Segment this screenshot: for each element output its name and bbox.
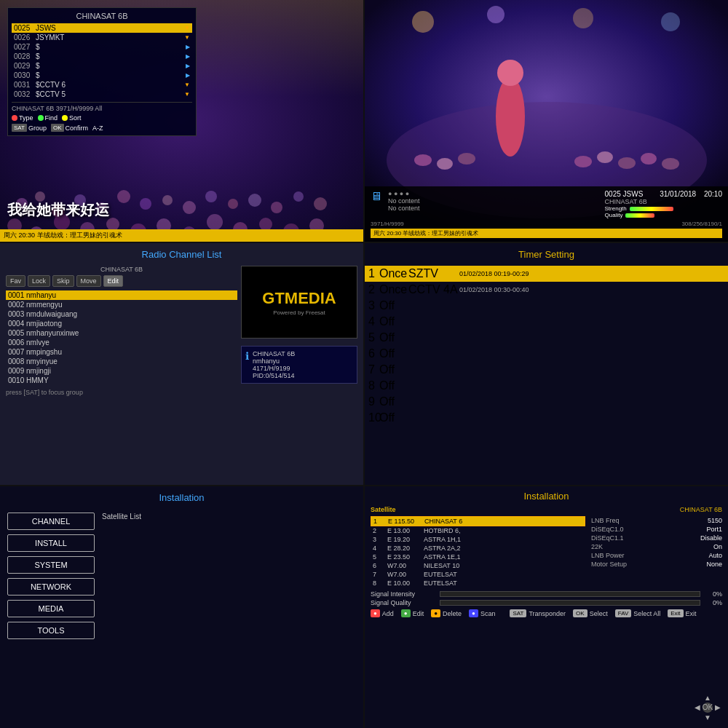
nav-left-arrow[interactable]: ◀ [693, 703, 703, 712]
btn-media[interactable]: MEDIA [7, 600, 95, 617]
ctrl-delete: ● Delete [431, 609, 462, 617]
radio-ch-item-0006[interactable]: 0006 nmlvye [6, 338, 237, 347]
sat-rows: 1E 115.50CHINASAT 62E 13.00HOTBIRD 6,3E … [371, 516, 585, 587]
btn-network[interactable]: NETWORK [7, 578, 95, 596]
sat-row-3[interactable]: 3E 19.20ASTRA 1H,1 [371, 535, 585, 544]
radio-ch-item-0004[interactable]: 0004 nmjiaotong [6, 319, 237, 328]
btn-tools[interactable]: TOOLS [7, 622, 95, 639]
ctrl-sort: Sort [62, 114, 82, 122]
dot-green-icon [38, 115, 44, 121]
timer-row-8[interactable]: 8Off [365, 378, 728, 394]
install-sat-title: Installation [365, 486, 728, 506]
sat-row-8[interactable]: 8E 10.00EUTELSAT [371, 579, 585, 587]
radio-ch-item-0009[interactable]: 0009 nmjingji [6, 366, 237, 376]
media-text: MEDIA [285, 289, 336, 307]
nav-up-arrow[interactable]: ▲ [703, 693, 713, 703]
tv-icon: 🖥 [371, 190, 382, 203]
svg-point-11 [248, 194, 261, 207]
badge-delete: ● [431, 609, 440, 617]
timer-row-1[interactable]: 1OnceSZTV01/02/2018 00:19-00:29 [365, 266, 728, 282]
svg-point-8 [183, 201, 196, 214]
sat-row-5[interactable]: 5E 23.50ASTRA 1E,1 [371, 553, 585, 561]
tab-move[interactable]: Move [76, 275, 101, 287]
nav-placeholder4 [713, 713, 722, 722]
timer-row-7[interactable]: 7Off [365, 362, 728, 378]
radio-ch-item-0010[interactable]: 0010 HMMY [6, 376, 237, 385]
sat-list-container: 1E 115.50CHINASAT 62E 13.00HOTBIRD 6,3E … [371, 516, 585, 587]
signal-quality-pct: 0% [704, 599, 722, 606]
ctrl-transponder: SAT Transponder [510, 609, 566, 617]
tab-fav[interactable]: Fav [6, 275, 25, 287]
sat-config-rows: LNB Freq5150DiSEqC1.0Port1DiSEqC1.1Disab… [591, 516, 722, 569]
tr-satellite: CHINASAT 6B [605, 198, 722, 205]
btn-install[interactable]: INSTALL [7, 534, 95, 552]
quality-bar [625, 213, 654, 218]
timer-row-5[interactable]: 5Off [365, 330, 728, 346]
channel-controls2: SAT Group OK Confirm A-Z [12, 124, 192, 132]
radio-ch-item-0003[interactable]: 0003 nmdulwaiguang [6, 309, 237, 319]
channel-item-0031[interactable]: 0031$CCTV 6▼ [12, 80, 192, 90]
sat-controls: ● Add ● Edit ● Delete ● Scan SAT Transpo… [371, 609, 722, 617]
timer-row-6[interactable]: 6Off [365, 346, 728, 362]
nav-ok-button[interactable]: OK [703, 703, 713, 712]
channel-controls: Type Find Sort [12, 114, 192, 122]
install-buttons: CHANNEL INSTALL SYSTEM NETWORK MEDIA TOO… [7, 513, 95, 639]
channel-item-0030[interactable]: 0030$▶ [12, 71, 192, 80]
radio-ch-item-0002[interactable]: 0002 nmmengyu [6, 300, 237, 309]
timer-row-2[interactable]: 2OnceCCTV 4A01/02/2018 00:30-00:40 [365, 282, 728, 298]
gtmedia-sub: Powered by Freesat [273, 309, 325, 316]
radio-ch-item-0005[interactable]: 0005 nmhanyunxinwe [6, 328, 237, 338]
info-bar-top: 🖥 ● ● ● ● No content No content 0025 JSW… [371, 190, 722, 218]
svg-point-37 [437, 158, 453, 170]
channel-item-0026[interactable]: 0026JSYMKT▼ [12, 33, 192, 42]
badge-exit: Exit [668, 609, 683, 617]
ticker-tl: 周六 20:30 羊绒劫戏：理工男妹的引魂术 [0, 229, 363, 242]
svg-point-32 [573, 8, 593, 28]
timer-row-3[interactable]: 3Off [365, 298, 728, 314]
radio-info-box: ℹ CHINASAT 6B nmhanyu 4171/H/9199 PID:0/… [241, 346, 357, 384]
channel-items-container: 0025JSWS▼0026JSYMKT▼0027$▶0028$▶0029$▶00… [12, 23, 192, 99]
dots-row: ● ● ● ● [388, 190, 420, 197]
radio-ch-item-0007[interactable]: 0007 nmpingshu [6, 347, 237, 357]
panel-radio-channels: Radio Channel List CHINASAT 6B Fav Lock … [0, 243, 363, 485]
timer-row-10[interactable]: 10Off [365, 410, 728, 426]
ctrl-selectall: FAV Select All [615, 609, 661, 617]
tab-skip[interactable]: Skip [52, 275, 74, 287]
svg-point-41 [618, 157, 636, 169]
svg-point-5 [117, 190, 130, 203]
strength-row: Strength [605, 205, 722, 212]
channel-item-0025[interactable]: 0025JSWS▼ [12, 23, 192, 33]
tab-lock[interactable]: Lock [28, 275, 50, 287]
btn-system[interactable]: SYSTEM [7, 556, 95, 574]
tab-edit[interactable]: Edit [103, 275, 124, 287]
timer-rows-container: 1OnceSZTV01/02/2018 00:19-00:292OnceCCTV… [365, 266, 728, 426]
svg-point-13 [293, 191, 304, 202]
nav-right-arrow[interactable]: ▶ [713, 703, 722, 712]
ctrl-select: OK Select [573, 609, 608, 617]
sat-row-1[interactable]: 1E 115.50CHINASAT 6 [371, 516, 585, 526]
timer-title: Timer Setting [365, 243, 728, 266]
signal-intensity-track [440, 591, 700, 597]
sat-row-6[interactable]: 6W7.00NILESAT 10 [371, 561, 585, 570]
sat-row-2[interactable]: 2E 13.00HOTBIRD 6, [371, 526, 585, 535]
radio-ch-item-0008[interactable]: 0008 nmyinyue [6, 357, 237, 366]
channel-item-0027[interactable]: 0027$▶ [12, 42, 192, 52]
radio-ch-item-0001[interactable]: 0001 nmhanyu [6, 290, 237, 300]
channel-item-0029[interactable]: 0029$▶ [12, 61, 192, 71]
sat-config: LNB Freq5150DiSEqC1.0Port1DiSEqC1.1Disab… [591, 516, 722, 587]
sat-row-7[interactable]: 7W7.00EUTELSAT [371, 570, 585, 579]
sat-row-4[interactable]: 4E 28.20ASTRA 2A,2 [371, 544, 585, 553]
svg-point-39 [574, 156, 592, 167]
channel-item-0032[interactable]: 0032$CCTV 5▼ [12, 90, 192, 99]
nav-down-arrow[interactable]: ▼ [703, 713, 713, 722]
signal-intensity-pct: 0% [704, 590, 722, 598]
timer-row-9[interactable]: 9Off [365, 394, 728, 410]
install-content: CHANNEL INSTALL SYSTEM NETWORK MEDIA TOO… [0, 509, 363, 643]
timer-row-4[interactable]: 4Off [365, 314, 728, 330]
channel-item-0028[interactable]: 0028$▶ [12, 52, 192, 61]
svg-point-12 [271, 202, 282, 213]
btn-channel[interactable]: CHANNEL [7, 513, 95, 530]
signal-quality-label: Signal Quality [371, 599, 436, 606]
svg-point-34 [496, 76, 525, 157]
radio-tabs: Fav Lock Skip Move Edit [6, 275, 237, 287]
